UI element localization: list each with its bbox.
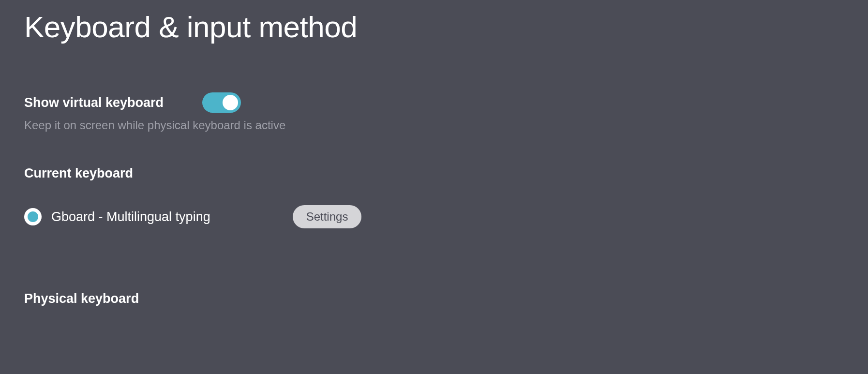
keyboard-radio-button[interactable] <box>24 208 42 225</box>
page-title: Keyboard & input method <box>24 10 844 44</box>
settings-container: Keyboard & input method Show virtual key… <box>0 0 868 316</box>
show-virtual-keyboard-description: Keep it on screen while physical keyboar… <box>24 119 844 132</box>
show-virtual-keyboard-toggle[interactable] <box>202 92 241 113</box>
radio-selected-icon <box>28 211 38 222</box>
toggle-knob-icon <box>223 95 238 110</box>
show-virtual-keyboard-title: Show virtual keyboard <box>24 95 164 110</box>
keyboard-settings-button[interactable]: Settings <box>293 205 362 228</box>
current-keyboard-row: Gboard - Multilingual typing Settings <box>24 205 844 228</box>
show-virtual-keyboard-row: Show virtual keyboard <box>24 92 844 113</box>
physical-keyboard-section-title: Physical keyboard <box>24 291 844 306</box>
current-keyboard-section-title: Current keyboard <box>24 166 844 181</box>
current-keyboard-label: Gboard - Multilingual typing <box>51 209 210 224</box>
